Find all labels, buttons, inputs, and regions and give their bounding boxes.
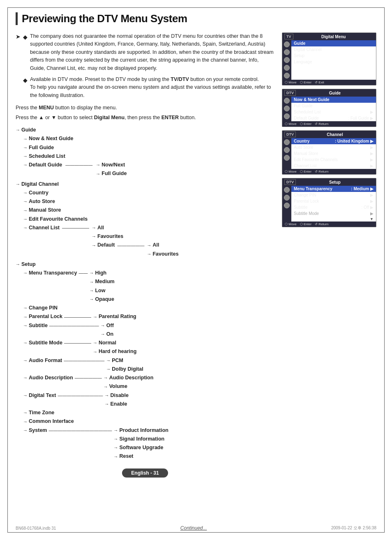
ss4-header: DTV Setup [282, 178, 376, 186]
subtitle-subitems: → Off → On [101, 321, 114, 339]
tree-parental-rating: → Parental Rating [93, 312, 136, 321]
tree-menu-trans: → Menu Transparency —— [16, 269, 89, 277]
bullet-item-1: ➤ ◆ The company does not guarantee the n… [16, 32, 274, 72]
label-enable: Enable [110, 400, 127, 408]
ss1-icon-3 [284, 57, 290, 63]
label-auto-store: Auto Store [29, 197, 55, 206]
ss3-icon-3 [284, 155, 290, 161]
arrow-dc: → [16, 180, 20, 188]
ss1-footer: ⬡ Move ⬡ Enter ↺ Exit [282, 80, 376, 85]
label-parental-rating: Parental Rating [99, 312, 136, 321]
footer-right: 2009-01-22 오후 2:56:38 [331, 525, 376, 531]
page-title: Previewing the DTV Menu System [22, 12, 187, 25]
label-opaque: Opaque [95, 295, 114, 304]
ss4-icon-3 [284, 203, 290, 208]
tree-subtitle-mode-group: → Subtitle Mode —————— → Normal → Hard o… [16, 339, 274, 356]
ss3-item-efc: Edit Favourite Channels ▶ [291, 157, 376, 163]
dash-6: ——————————— [49, 322, 99, 330]
arrow-manual-store: → [23, 207, 28, 215]
tree-now-next-guide: → Now & Next Guide [16, 134, 274, 143]
ss1-item-dc: Digital Channel [291, 46, 376, 53]
ss4-move: ⬡ Move [285, 222, 297, 226]
ss4-icon-2 [284, 195, 290, 201]
tree-audio-desc-group: → Audio Description —————— → Audio Descr… [16, 374, 274, 391]
label-full-guide: Full Guide [29, 143, 54, 152]
tree-normal: → Normal [93, 339, 136, 347]
arrow-medium: → [89, 278, 94, 286]
press-line-1: Press the MENU button to display the men… [16, 104, 274, 112]
label-pcm: PCM [112, 356, 123, 365]
arrow-all: → [92, 224, 96, 232]
ss2-sl-label: Scheduled List [294, 110, 321, 114]
tree-digital-text: → Digital Text —————————— [16, 391, 104, 400]
arrow-auto-store: → [23, 198, 28, 205]
tree-guide: → Guide [16, 126, 274, 134]
tree-software-upgrade: → Software Upgrade [113, 443, 168, 452]
tree-subtitle-mode: → Subtitle Mode —————— [16, 339, 93, 347]
ss3-country-label: Country [294, 139, 309, 143]
ss2-body-wrapper: Now & Next Guide Full Guide Scheduled Li… [282, 97, 376, 121]
page-border-bottom [7, 532, 385, 533]
label-subtitle: Subtitle [29, 321, 48, 330]
ss1-side-icons [282, 40, 291, 80]
arrow-change-pin: → [23, 304, 28, 312]
tree-parental-lock: → Parental Lock —————— [16, 312, 93, 321]
label-digital-text: Digital Text [29, 391, 56, 400]
tree-disable: → Disable [104, 391, 128, 400]
arrow-default-guide: → [23, 161, 28, 169]
tree-medium: → Medium [89, 277, 114, 286]
left-column: ➤ ◆ The company does not guarantee the n… [16, 32, 274, 478]
ss4-cp-label: Change PIN [294, 193, 316, 197]
dash-8: ————————— [64, 357, 104, 365]
ss2-header: DTV Guide [282, 89, 376, 97]
label-low: Low [95, 286, 105, 295]
ss3-dtv-label: DTV [284, 132, 296, 137]
ss3-country-value: : United Kingdom ▶ [335, 139, 374, 143]
label-reset: Reset [119, 452, 133, 461]
arrow-pr: → [93, 313, 97, 321]
ss3-item-cl: Channel List ▶ [291, 163, 376, 169]
tree-product-info: → Product Information [113, 426, 168, 435]
ss3-ms-label: Manual Store [294, 151, 318, 156]
label-software-upgrade: Software Upgrade [119, 443, 163, 452]
ss1-icon-2 [284, 49, 290, 55]
tree-hard-hearing: → Hard of hearing [93, 347, 136, 356]
ss2-move: ⬡ Move [285, 122, 297, 126]
screenshot-dtv-guide: DTV Guide Now & Next Guide Full Guide Sc… [282, 89, 376, 127]
ss3-item-as: Auto Store ▶ [291, 144, 376, 150]
ss4-cp-arrow: ▶ [370, 193, 374, 197]
label-channel-list: Channel List [29, 224, 60, 232]
tree-subtitle: → Subtitle ——————————— [16, 321, 101, 330]
arrow-full-guide: → [23, 144, 28, 152]
label-hard-hearing: Hard of hearing [99, 347, 136, 356]
tree-favourites: → Favourites [92, 232, 179, 241]
arrow-low: → [89, 287, 94, 295]
tree-audio-format: → Audio Format ————————— [16, 356, 106, 365]
ss3-side-icons [282, 138, 291, 169]
label-product-info: Product Information [119, 426, 168, 435]
default-subitems: → All → Favourites [147, 241, 178, 258]
right-column: TV Digital Menu Guide Digital Channel [282, 32, 376, 478]
ss3-item-country: Country : United Kingdom ▶ [291, 138, 376, 144]
dash-11: —————————————— [48, 427, 112, 434]
tree-pcm: → PCM [106, 356, 143, 365]
tree-setup: → Setup [16, 260, 274, 269]
label-manual-store: Manual Store [29, 206, 61, 215]
tree-on: → On [101, 330, 114, 339]
tree-signal-info: → Signal Information [113, 435, 168, 443]
ss3-footer: ⬡ Move ⬡ Enter ↺ Return [282, 169, 376, 174]
ss4-sub-value: : Off ▶ [362, 205, 374, 210]
dash-5: —————— [64, 313, 91, 321]
label-audio-desc: Audio Description [29, 374, 73, 382]
ss3-ms-arrow: ▶ [370, 151, 374, 156]
footer-left: BN68-01768A.indb 31 [16, 526, 56, 531]
label-menu-trans: Menu Transparency [29, 269, 77, 277]
bullet-text-1: The company does not guarantee the norma… [30, 32, 274, 72]
ss2-dg-value: : Full Guide ▶ [348, 116, 374, 120]
label-now-next: Now/Next [101, 161, 125, 169]
arrow-system: → [23, 427, 28, 434]
tree-default-group: → Default —————— → All → [92, 241, 179, 258]
ss4-scroll: ▼ [291, 217, 376, 222]
ss4-sm-label: Subtitle Mode [294, 211, 319, 216]
ss3-as-arrow: ▶ [370, 145, 374, 150]
